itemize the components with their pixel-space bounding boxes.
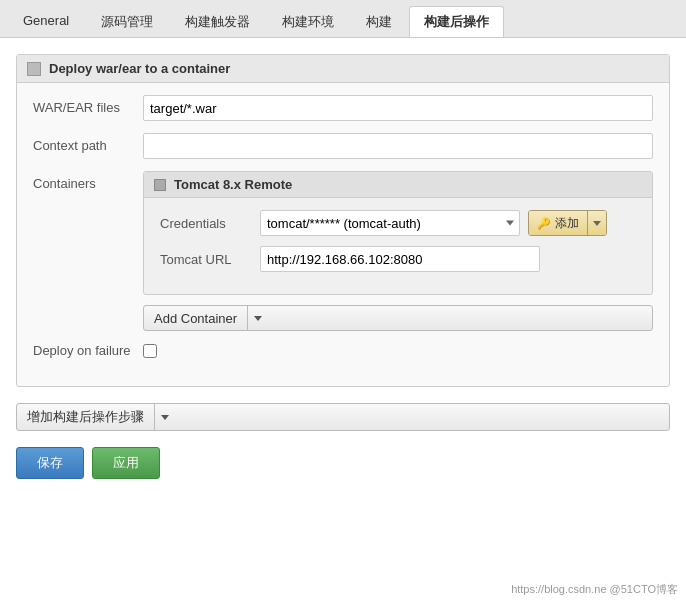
tomcat-url-input[interactable] xyxy=(260,246,540,272)
add-container-main: Add Container xyxy=(144,306,248,330)
post-build-step-button[interactable]: 增加构建后操作步骤 xyxy=(16,403,670,431)
credentials-label: Credentials xyxy=(160,216,260,231)
key-icon: 🔑 xyxy=(537,217,551,230)
add-credentials-main: 🔑 添加 xyxy=(529,211,588,235)
containers-control: Tomcat 8.x Remote Credentials tomcat/***… xyxy=(143,171,653,331)
post-build-step-main: 增加构建后操作步骤 xyxy=(17,404,155,430)
container-panel-body: Credentials tomcat/****** (tomcat-auth) xyxy=(144,198,652,294)
deploy-on-failure-label: Deploy on failure xyxy=(33,343,143,358)
tab-source[interactable]: 源码管理 xyxy=(86,6,168,37)
warear-control xyxy=(143,95,653,121)
tab-env[interactable]: 构建环境 xyxy=(267,6,349,37)
add-container-button[interactable]: Add Container xyxy=(143,305,653,331)
credentials-control: tomcat/****** (tomcat-auth) 🔑 添加 xyxy=(260,210,636,236)
add-arrow-icon xyxy=(593,221,601,226)
add-container-label: Add Container xyxy=(154,311,237,326)
apply-button[interactable]: 应用 xyxy=(92,447,160,479)
context-path-row: Context path xyxy=(33,133,653,159)
tomcat-url-label: Tomcat URL xyxy=(160,252,260,267)
context-path-label: Context path xyxy=(33,133,143,153)
tab-triggers[interactable]: 构建触发器 xyxy=(170,6,265,37)
add-container-arrow[interactable] xyxy=(248,306,268,330)
tomcat-container-panel: Tomcat 8.x Remote Credentials tomcat/***… xyxy=(143,171,653,295)
section-header-icon xyxy=(27,62,41,76)
containers-row: Containers Tomcat 8.x Remote Credentials xyxy=(33,171,653,331)
context-path-input[interactable] xyxy=(143,133,653,159)
main-content: Deploy war/ear to a container WAR/EAR fi… xyxy=(0,38,686,605)
credentials-row: Credentials tomcat/****** (tomcat-auth) xyxy=(160,210,636,236)
save-button[interactable]: 保存 xyxy=(16,447,84,479)
post-build-arrow-icon xyxy=(161,415,169,420)
warear-input[interactable] xyxy=(143,95,653,121)
add-label: 添加 xyxy=(555,215,579,232)
credentials-select-wrapper: tomcat/****** (tomcat-auth) xyxy=(260,210,520,236)
deploy-section: Deploy war/ear to a container WAR/EAR fi… xyxy=(16,54,670,387)
tab-general[interactable]: General xyxy=(8,6,84,37)
add-credentials-arrow[interactable] xyxy=(588,211,606,235)
deploy-on-failure-checkbox[interactable] xyxy=(143,344,157,358)
section-title: Deploy war/ear to a container xyxy=(49,61,230,76)
tab-bar: General 源码管理 构建触发器 构建环境 构建 构建后操作 xyxy=(0,0,686,38)
warear-row: WAR/EAR files xyxy=(33,95,653,121)
container-title: Tomcat 8.x Remote xyxy=(174,177,292,192)
add-credentials-button[interactable]: 🔑 添加 xyxy=(528,210,607,236)
context-path-control xyxy=(143,133,653,159)
post-build-step-arrow[interactable] xyxy=(155,404,175,430)
credentials-select[interactable]: tomcat/****** (tomcat-auth) xyxy=(260,210,520,236)
tab-build[interactable]: 构建 xyxy=(351,6,407,37)
containers-label: Containers xyxy=(33,171,143,191)
container-panel-icon xyxy=(154,179,166,191)
container-panel-header: Tomcat 8.x Remote xyxy=(144,172,652,198)
tab-post-build[interactable]: 构建后操作 xyxy=(409,6,504,37)
post-build-step-label: 增加构建后操作步骤 xyxy=(27,408,144,426)
add-container-arrow-icon xyxy=(254,316,262,321)
warear-label: WAR/EAR files xyxy=(33,95,143,115)
section-body: WAR/EAR files Context path Containers xyxy=(17,83,669,386)
bottom-bar: 保存 应用 xyxy=(16,447,670,479)
tomcat-url-control xyxy=(260,246,636,272)
deploy-on-failure-row: Deploy on failure xyxy=(33,343,653,358)
section-header: Deploy war/ear to a container xyxy=(17,55,669,83)
tomcat-url-row: Tomcat URL xyxy=(160,246,636,272)
